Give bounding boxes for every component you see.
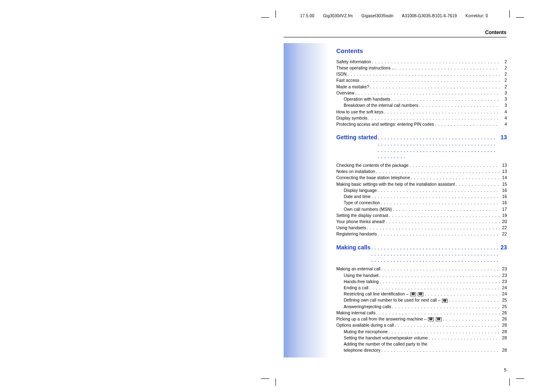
toc-content: ContentsSafety information . . . . . . .… [336, 46, 507, 353]
leader-dots: . . . . . . . . . . . . . . . . . . . . … [369, 84, 500, 90]
toc-entry-page: 23 [500, 279, 507, 285]
feature-icon: ☎ [436, 317, 442, 321]
toc-entry-label: These operating instructions ... [336, 65, 395, 71]
page-number: 5 [504, 367, 506, 372]
leader-dots: . . . . . . . . . . . . . . . . . . . . … [370, 245, 500, 264]
leader-dots: . . . . . . . . . . . . . . . . . . . . … [377, 187, 500, 194]
toc-entry: Registering handsets . . . . . . . . . .… [336, 231, 507, 237]
toc-entry-page: 3 [500, 96, 507, 102]
leader-dots: . . . . . . . . . . . . . . . . . . . . … [434, 121, 500, 127]
toc-entry: Making an external call . . . . . . . . … [336, 266, 507, 272]
leader-dots: . . . . . . . . . . . . . . . . . . . . … [371, 59, 500, 65]
toc-entry-page: 23 [500, 272, 507, 279]
leader-dots: . . . . . . . . . . . . . . . . . . . . … [379, 272, 500, 279]
toc-entry-label: Restricting call line identification – ☎… [344, 291, 424, 297]
toc-entry: Protecting access and settings: entering… [336, 121, 507, 127]
leader-dots: . . . . . . . . . . . . . . . . . . . . … [388, 329, 500, 335]
toc-entry-page: 16 [500, 200, 507, 206]
leader-dots: . . . . . . . . . . . . . . . . . . . . … [419, 102, 500, 108]
feature-icon: ☎ [418, 292, 423, 296]
feature-icon: ☎ [428, 317, 434, 321]
leader-dots: . . . . . . . . . . . . . . . . . . . . … [347, 71, 500, 77]
toc-entry-label: Display symbols [336, 115, 368, 121]
toc-entry-label: Using the handset [344, 272, 379, 279]
toc-entry-page: 2 [500, 65, 507, 71]
meta-product: Gigaset3035isdn [361, 14, 393, 18]
toc-entry-page: 26 [500, 310, 507, 316]
toc-entry-label: How to use the soft keys [336, 109, 383, 115]
crop-mark [516, 17, 524, 18]
toc-entry-label: Picking up a call from the answering mac… [336, 316, 442, 322]
toc-entry-page: 16 [500, 194, 507, 200]
toc-entry: Hands-free talking . . . . . . . . . . .… [336, 279, 507, 285]
crop-mark [516, 378, 524, 379]
leader-dots: . . . . . . . . . . . . . . . . . . . . … [380, 200, 500, 206]
toc-entry: Setting the handset volume/speaker volum… [336, 335, 507, 341]
toc-entry-page: 17 [500, 206, 507, 212]
leader-dots: . . . . . . . . . . . . . . . . . . . . … [370, 194, 500, 200]
leader-dots: . . . . . . . . . . . . . . . . . . . . … [442, 316, 500, 322]
toc-entry-label: Muting the microphone [344, 329, 388, 335]
toc-entry: Overview . . . . . . . . . . . . . . . .… [336, 90, 507, 96]
meta-file: Gig3030iIVZ.fm [323, 14, 353, 18]
toc-entry-label: Setting the display contrast [336, 212, 388, 219]
toc-entry: Operation with handsets . . . . . . . . … [336, 96, 507, 102]
toc-entry: Defining own call number to be used for … [336, 297, 507, 303]
leader-dots: . . . . . . . . . . . . . . . . . . . . … [375, 168, 500, 175]
toc-entry-label: Breakdown of the internal call numbers [344, 102, 419, 108]
toc-entry-page: 20 [500, 219, 507, 225]
toc-entry-label: Registering handsets [336, 231, 377, 237]
leader-dots: . . . . . . . . . . . . . . . . . . . . … [377, 135, 500, 160]
toc-entry: Display language . . . . . . . . . . . .… [336, 187, 507, 194]
toc-entry: Answering/rejecting calls . . . . . . . … [336, 304, 507, 310]
leader-dots: . . . . . . . . . . . . . . . . . . . . … [385, 219, 500, 225]
toc-entry: telephone directory . . . . . . . . . . … [336, 347, 507, 353]
toc-entry-page: 25 [500, 304, 507, 310]
crop-mark [261, 378, 269, 379]
toc-entry-label: Overview [336, 90, 354, 96]
toc-entry: Connecting the base station telephone . … [336, 175, 507, 181]
toc-entry: Making basic settings with the help of t… [336, 181, 507, 187]
toc-entry-label: Own call numbers (MSN) [344, 206, 392, 212]
toc-entry-page: 25 [500, 297, 507, 303]
toc-section-heading: Making calls . . . . . . . . . . . . . .… [336, 243, 507, 264]
toc-section-heading: Getting started . . . . . . . . . . . . … [336, 133, 507, 160]
leader-dots: . . . . . . . . . . . . . . . . . . . . … [379, 279, 500, 285]
toc-entry: Adding the number of the called party to… [336, 341, 507, 347]
toc-entry-label: Protecting access and settings: entering… [336, 121, 434, 127]
leader-dots: . . . . . . . . . . . . . . . . . . . . … [359, 77, 500, 83]
feature-icon: ☎ [442, 299, 448, 303]
toc-entry-page: 28 [500, 335, 507, 341]
toc-entry: Options available during a call . . . . … [336, 322, 507, 328]
meta-korrektur: Korrektur: 0 [465, 14, 488, 18]
toc-entry-label: Ending a call [344, 285, 368, 291]
toc-entry-page: 2 [500, 84, 507, 90]
toc-entry-page: 4 [500, 115, 507, 121]
toc-entry: Made a mistake? . . . . . . . . . . . . … [336, 84, 507, 90]
toc-entry-page: 2 [500, 77, 507, 83]
toc-entry: Restricting call line identification – ☎… [336, 291, 507, 297]
toc-entry-label: Made a mistake? [336, 84, 369, 90]
leader-dots: . . . . . . . . . . . . . . . . . . . . … [368, 115, 500, 121]
crop-mark [275, 10, 276, 18]
toc-entry-label: Making an external call [336, 266, 380, 272]
toc-entry-label: Setting the handset volume/speaker volum… [344, 335, 428, 341]
toc-entry: Notes on installation . . . . . . . . . … [336, 168, 507, 175]
toc-entry-page: 14 [500, 175, 507, 181]
leader-dots: . . . . . . . . . . . . . . . . . . . . … [380, 347, 500, 353]
toc-entry-label: Options available during a call [336, 322, 394, 328]
toc-entry-page: 2 [500, 59, 507, 65]
toc-entry-page: 3 [500, 102, 507, 108]
leader-dots: . . . . . . . . . . . . . . . . . . . . … [455, 181, 500, 187]
toc-entry: How to use the soft keys . . . . . . . .… [336, 109, 507, 115]
toc-entry-page: 15 [500, 181, 507, 187]
leader-dots: . . . . . . . . . . . . . . . . . . . . … [410, 175, 500, 181]
toc-entry: Date and time . . . . . . . . . . . . . … [336, 194, 507, 200]
toc-entry: These operating instructions ... . . . .… [336, 65, 507, 71]
toc-entry-page: 3 [500, 90, 507, 96]
toc-entry-page: 28 [500, 322, 507, 328]
toc-entry: Muting the microphone . . . . . . . . . … [336, 329, 507, 335]
toc-entry-page: 28 [500, 347, 507, 353]
toc-entry-label: telephone directory [344, 347, 380, 353]
toc-entry-label: Connecting the base station telephone [336, 175, 410, 181]
